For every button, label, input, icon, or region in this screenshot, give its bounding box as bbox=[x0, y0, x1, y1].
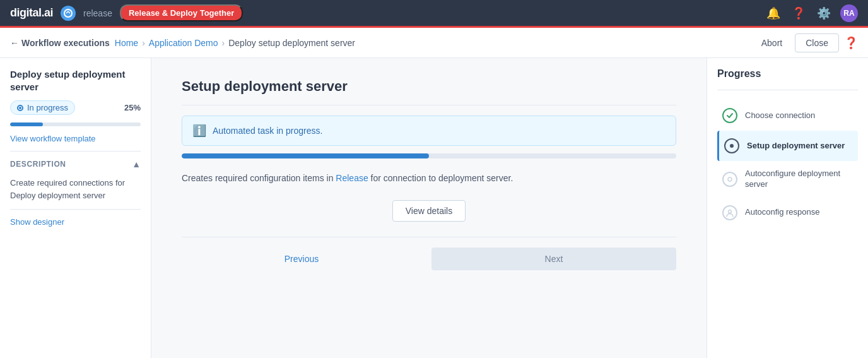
breadcrumb-sep-2: › bbox=[222, 38, 225, 48]
sidebar-divider-2 bbox=[10, 209, 141, 210]
step-current-icon bbox=[724, 138, 739, 153]
status-label: In progress bbox=[27, 103, 68, 112]
status-badge: In progress bbox=[10, 100, 75, 115]
navigation-buttons: Previous Next bbox=[182, 248, 676, 270]
task-progress-bar bbox=[182, 153, 676, 158]
svg-point-3 bbox=[729, 210, 732, 213]
svg-point-2 bbox=[728, 177, 732, 181]
subnav-actions: Abort Close ❓ bbox=[754, 33, 858, 52]
breadcrumb: Home › Application Demo › Deploy setup d… bbox=[115, 38, 749, 48]
svg-point-1 bbox=[730, 144, 734, 148]
task-description: Creates required configuration items in … bbox=[182, 171, 676, 185]
progress-divider bbox=[717, 90, 858, 90]
workflow-executions-label: Workflow executions bbox=[21, 38, 110, 48]
breadcrumb-home[interactable]: Home bbox=[115, 38, 138, 48]
release-link[interactable]: Release bbox=[336, 173, 368, 183]
info-banner-text: Automated task in progress. bbox=[213, 126, 322, 136]
progress-steps: Choose connection Setup deployment serve… bbox=[717, 100, 858, 228]
product-icon bbox=[61, 6, 76, 21]
subnav-help-icon[interactable]: ❓ bbox=[844, 36, 858, 50]
release-badge-button[interactable]: Release & Deploy Together bbox=[120, 4, 243, 21]
breadcrumb-sep-1: › bbox=[142, 38, 145, 48]
collapse-icon: ▲ bbox=[132, 159, 141, 169]
step-autoconfig-response-label: Autoconfig response bbox=[745, 207, 820, 218]
previous-button[interactable]: Previous bbox=[182, 248, 421, 270]
view-details-button[interactable]: View details bbox=[392, 200, 466, 222]
abort-button[interactable]: Abort bbox=[754, 34, 790, 52]
progress-step-autoconfigure[interactable]: Autoconfigure deployment server bbox=[717, 161, 858, 198]
next-button[interactable]: Next bbox=[431, 248, 676, 270]
description-label: DESCRIPTION bbox=[10, 160, 66, 169]
status-dot-icon bbox=[17, 105, 23, 111]
progress-step-setup-server[interactable]: Setup deployment server bbox=[717, 131, 858, 161]
sidebar-divider-1 bbox=[10, 151, 141, 152]
sidebar: Deploy setup deployment server In progre… bbox=[0, 58, 151, 358]
sidebar-progress-fill bbox=[10, 122, 43, 126]
help-icon[interactable]: ❓ bbox=[790, 4, 807, 22]
progress-panel: Progress Choose connection Setu bbox=[707, 58, 868, 358]
info-icon: ℹ️ bbox=[192, 124, 206, 138]
main-content: Setup deployment server ℹ️ Automated tas… bbox=[151, 58, 707, 358]
page-title: Setup deployment server bbox=[182, 78, 676, 95]
step-choose-connection-label: Choose connection bbox=[745, 110, 815, 121]
settings-icon[interactable]: ⚙️ bbox=[815, 4, 833, 22]
info-banner: ℹ️ Automated task in progress. bbox=[182, 116, 676, 146]
top-navigation: digital.ai release Release & Deploy Toge… bbox=[0, 0, 868, 28]
close-button[interactable]: Close bbox=[795, 33, 839, 52]
step-setup-server-label: Setup deployment server bbox=[747, 141, 845, 152]
status-row: In progress 25% bbox=[10, 100, 141, 115]
progress-panel-title: Progress bbox=[717, 68, 858, 80]
back-button[interactable]: ← Workflow executions bbox=[10, 38, 110, 48]
product-name: release bbox=[83, 8, 112, 18]
step-autoconfigure-label: Autoconfigure deployment server bbox=[745, 169, 853, 190]
step-pending-icon bbox=[722, 172, 737, 187]
back-arrow-icon: ← bbox=[10, 38, 19, 48]
logo-text: digital.ai bbox=[10, 6, 53, 20]
breadcrumb-current: Deploy setup deployment server bbox=[228, 38, 355, 48]
sidebar-progress-bar bbox=[10, 122, 141, 126]
breadcrumb-app[interactable]: Application Demo bbox=[149, 38, 218, 48]
progress-step-autoconfig-response[interactable]: Autoconfig response bbox=[717, 198, 858, 228]
view-workflow-template-link[interactable]: View workflow template bbox=[10, 134, 141, 143]
svg-point-0 bbox=[64, 9, 72, 17]
main-layout: Deploy setup deployment server In progre… bbox=[0, 58, 868, 358]
show-designer-link[interactable]: Show designer bbox=[10, 217, 141, 227]
task-progress-fill bbox=[182, 153, 429, 158]
content-divider-top bbox=[182, 105, 676, 105]
description-text: Create required connections for Deploy d… bbox=[10, 177, 141, 201]
sub-navigation: ← Workflow executions Home › Application… bbox=[0, 28, 868, 58]
step-person-icon bbox=[722, 205, 737, 220]
user-avatar[interactable]: RA bbox=[840, 4, 858, 22]
sidebar-title: Deploy setup deployment server bbox=[10, 68, 141, 93]
description-header[interactable]: DESCRIPTION ▲ bbox=[10, 159, 141, 169]
progress-percentage: 25% bbox=[124, 103, 141, 112]
content-divider-bottom bbox=[182, 237, 676, 237]
step-completed-icon bbox=[722, 108, 737, 123]
notifications-icon[interactable]: 🔔 bbox=[765, 4, 782, 22]
progress-step-choose-connection[interactable]: Choose connection bbox=[717, 100, 858, 131]
